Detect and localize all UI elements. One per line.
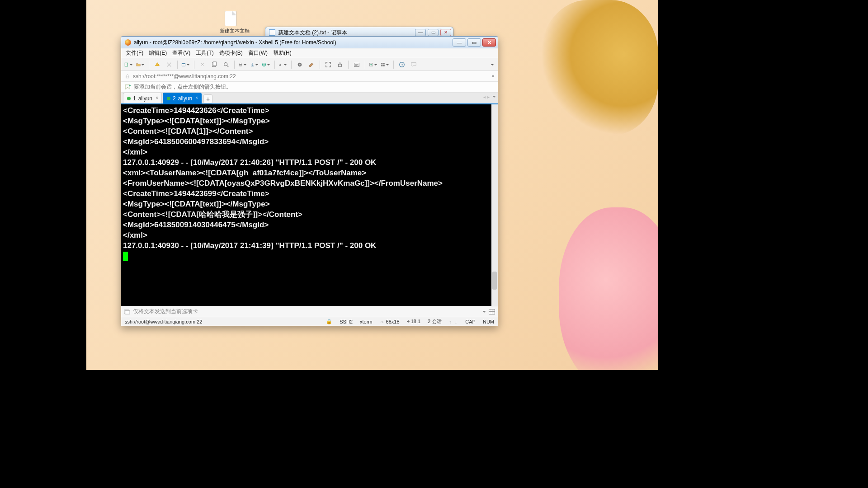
feedback-button[interactable] <box>409 60 419 70</box>
status-num: NUM <box>483 319 494 324</box>
status-cursor-pos: 18,1 <box>411 319 420 324</box>
properties-button[interactable] <box>181 60 191 70</box>
toolbar-separator <box>393 61 394 69</box>
toolbar-separator <box>149 61 149 69</box>
minimize-button[interactable]: — <box>453 38 466 47</box>
log-button[interactable] <box>352 60 362 70</box>
broadcast-icon <box>124 309 130 314</box>
svg-rect-25 <box>125 310 130 314</box>
cut-button[interactable] <box>198 60 208 70</box>
reconnect-button[interactable] <box>152 60 162 70</box>
terminal-output[interactable]: <CreateTime>1494423626</CreateTime> <Msg… <box>121 104 491 306</box>
add-tab-button[interactable]: + <box>203 94 212 103</box>
disconnect-button[interactable] <box>164 60 174 70</box>
find-button[interactable] <box>221 60 231 70</box>
send-grid-icon[interactable] <box>489 309 495 314</box>
notepad-title: 新建文本文档 (2).txt - 记事本 <box>278 29 347 37</box>
desktop-file-icon[interactable]: 新建文本文档 <box>220 11 241 34</box>
terminal-scrollbar[interactable] <box>491 104 498 306</box>
desktop: 新建文本文档 新建文本文档 (2).txt - 记事本 — ▭ ✕ aliyun… <box>86 0 658 370</box>
help-button[interactable]: ? <box>397 60 407 70</box>
svg-rect-20 <box>383 65 385 66</box>
address-url: ssh://root:********@www.litianqiang.com:… <box>133 73 236 80</box>
status-bar: ssh://root@www.litianqiang.com:22 🔒 SSH2… <box>121 317 498 326</box>
menubar: 文件(F) 编辑(E) 查看(V) 工具(T) 选项卡(B) 窗口(W) 帮助(… <box>121 48 498 58</box>
tab-index: 1 <box>133 95 136 102</box>
address-bar[interactable]: ssh://root:********@www.litianqiang.com:… <box>121 71 498 82</box>
toolbar: A ? <box>121 58 498 71</box>
lock-icon <box>125 74 130 79</box>
send-mode-dropdown-icon[interactable] <box>482 309 486 315</box>
bookmark-add-icon[interactable] <box>125 84 131 90</box>
menu-tabs[interactable]: 选项卡(B) <box>219 49 243 57</box>
menu-file[interactable]: 文件(F) <box>126 49 143 57</box>
open-session-button[interactable] <box>136 60 146 70</box>
browser-button[interactable] <box>261 60 271 70</box>
svg-rect-7 <box>240 63 241 64</box>
scrollbar-thumb[interactable] <box>492 272 497 290</box>
svg-rect-2 <box>182 63 185 64</box>
tab-close-icon[interactable]: × <box>194 96 199 100</box>
status-term-size: 68x18 <box>386 319 400 324</box>
status-term-type: xterm <box>360 319 373 324</box>
wallpaper-art <box>541 0 658 136</box>
svg-rect-9 <box>251 66 254 66</box>
menu-edit[interactable]: 编辑(E) <box>149 49 167 57</box>
toolbar-separator <box>194 61 194 69</box>
menu-view[interactable]: 查看(V) <box>172 49 190 57</box>
menu-help[interactable]: 帮助(H) <box>273 49 292 57</box>
cursor-pos-icon: ⌖ <box>407 319 411 324</box>
status-caps: CAP <box>465 319 476 324</box>
hint-text: 要添加当前会话，点击左侧的箭头按钮。 <box>134 83 231 91</box>
titlebar[interactable]: aliyun - root@iZ28hi0b69zZ: /home/qiangz… <box>121 37 498 48</box>
highlight-button[interactable] <box>307 60 316 70</box>
toolbar-separator <box>365 61 365 69</box>
session-tabstrip: 1 aliyun × 2 aliyun × + ◂ ▸ <box>121 93 498 104</box>
notepad-maximize-button[interactable]: ▭ <box>428 29 439 36</box>
session-tab-2[interactable]: 2 aliyun × <box>163 93 202 103</box>
tab-close-icon[interactable]: × <box>155 96 159 100</box>
close-button[interactable]: ✕ <box>482 38 496 47</box>
window-title: aliyun - root@iZ28hi0b69zZ: /home/qiangz… <box>134 39 336 46</box>
notepad-icon <box>269 29 275 36</box>
maximize-button[interactable]: ▭ <box>467 38 481 47</box>
color-scheme-button[interactable] <box>295 60 305 70</box>
tab-list-dropdown-icon[interactable] <box>491 94 496 99</box>
tab-scroll-right-icon[interactable]: ▸ <box>487 94 490 99</box>
toolbar-overflow-button[interactable] <box>485 60 495 70</box>
notepad-close-button[interactable]: ✕ <box>440 29 451 36</box>
fullscreen-button[interactable] <box>323 60 333 70</box>
tab-index: 2 <box>173 95 176 102</box>
status-lock-icon: 🔒 <box>326 319 332 324</box>
font-button[interactable]: A <box>278 60 288 70</box>
connection-status-icon <box>127 97 131 100</box>
svg-rect-8 <box>240 65 241 66</box>
tab-scroll-left-icon[interactable]: ◂ <box>483 94 486 99</box>
svg-point-5 <box>224 62 227 66</box>
menu-window[interactable]: 窗口(W) <box>248 49 268 57</box>
lock-button[interactable] <box>335 60 345 70</box>
new-session-button[interactable] <box>124 60 134 70</box>
send-text-placeholder: 仅将文本发送到当前选项卡 <box>133 308 198 315</box>
send-text-bar[interactable]: 仅将文本发送到当前选项卡 <box>121 306 498 317</box>
toolbar-separator <box>348 61 349 69</box>
terminal-cursor <box>123 252 128 261</box>
svg-point-13 <box>299 64 301 66</box>
copy-button[interactable] <box>209 60 219 70</box>
svg-rect-4 <box>213 61 216 66</box>
toolbar-separator <box>320 61 320 69</box>
address-dropdown-icon[interactable]: ▾ <box>492 74 494 79</box>
session-tab-1[interactable]: 1 aliyun × <box>123 93 162 103</box>
status-path: ssh://root@www.litianqiang.com:22 <box>125 319 202 324</box>
notepad-minimize-button[interactable]: — <box>415 29 426 36</box>
toolbar-separator <box>291 61 292 69</box>
tile-button[interactable] <box>380 60 390 70</box>
transfer-button[interactable] <box>250 60 259 70</box>
toolbar-separator <box>234 61 235 69</box>
new-tab-button[interactable] <box>368 60 378 70</box>
print-button[interactable] <box>238 60 248 70</box>
menu-tools[interactable]: 工具(T) <box>196 49 213 57</box>
hint-bar: 要添加当前会话，点击左侧的箭头按钮。 <box>121 82 498 93</box>
terminal-text: <CreateTime>1494423626</CreateTime> <Msg… <box>123 106 443 250</box>
svg-rect-19 <box>381 65 382 66</box>
